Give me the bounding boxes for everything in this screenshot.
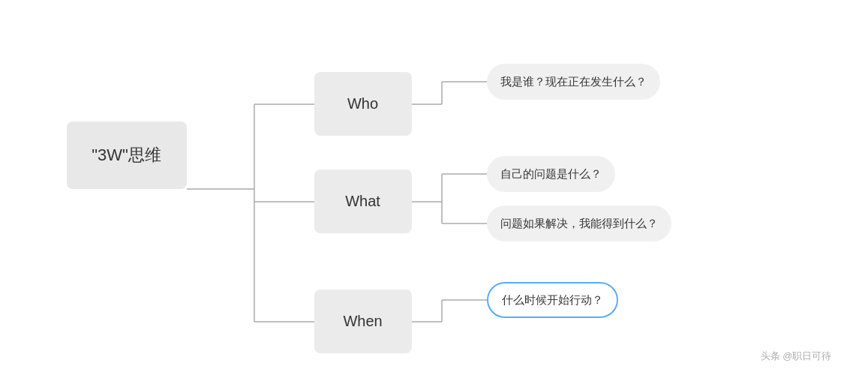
mid-node-when[interactable]: When [314, 290, 412, 353]
leaf-what-2-label: 问题如果解决，我能得到什么？ [500, 217, 658, 231]
watermark: 头条 @职日可待 [761, 350, 832, 363]
root-node[interactable]: "3W"思维 [67, 122, 187, 189]
mid-label-what: What [345, 193, 380, 210]
leaf-who-1[interactable]: 我是谁？现在正在发生什么？ [487, 64, 660, 100]
leaf-what-1[interactable]: 自己的问题是什么？ [487, 156, 615, 192]
mind-map: "3W"思维 Who What When 我是谁？现在正在发生什么？ 自己的问题… [22, 9, 847, 369]
mid-label-who: Who [347, 95, 378, 112]
leaf-what-2[interactable]: 问题如果解决，我能得到什么？ [487, 206, 671, 242]
mid-node-what[interactable]: What [314, 170, 412, 233]
leaf-when-1-label: 什么时候开始行动？ [502, 293, 603, 308]
leaf-who-1-label: 我是谁？现在正在发生什么？ [500, 75, 647, 89]
mid-node-who[interactable]: Who [314, 72, 412, 136]
root-label: "3W"思维 [92, 144, 161, 166]
mid-label-when: When [343, 313, 382, 330]
leaf-when-1[interactable]: 什么时候开始行动？ [487, 282, 618, 318]
leaf-what-1-label: 自己的问题是什么？ [500, 167, 602, 182]
connector-lines [22, 9, 847, 369]
